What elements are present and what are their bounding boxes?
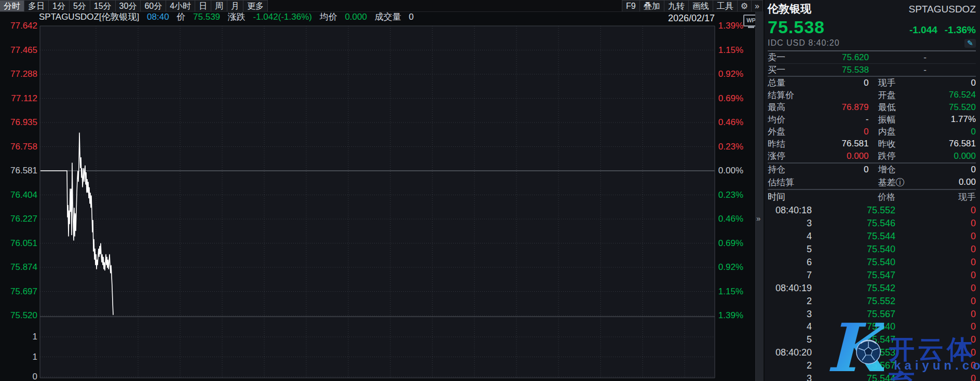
tick-price: 75.546 (812, 218, 895, 229)
price-axis-label: 75.697 (0, 287, 37, 296)
tick-time: 2 (768, 296, 812, 307)
stat-label: 最低 (878, 101, 923, 113)
price-axis-label: 77.465 (0, 46, 37, 55)
percent-axis-label: 0.46% (718, 214, 743, 224)
stat-row: 持仓0增仓0 (768, 164, 976, 176)
volume-axis-label: 1 (0, 352, 37, 362)
tick-time: 6 (768, 257, 812, 268)
stat-label: 估结算 (768, 176, 815, 188)
stat-value: 0 (923, 165, 976, 175)
price-axis-label: 75.874 (0, 263, 37, 272)
quote-header: 伦敦银现 SPTAGUSDOZ 75.538 -1.044-1.36% IDC … (768, 0, 976, 50)
ask-price: 75.620 (814, 52, 869, 63)
stat-value: 0 (815, 78, 869, 88)
tick-time: 08:40:19 (768, 283, 812, 294)
stat-value: 0.00 (923, 177, 976, 187)
percent-axis-label: 1.39% (718, 21, 743, 31)
stat-value: 0 (923, 127, 976, 137)
stat-value: 0 (815, 165, 869, 175)
tick-lot: 0 (895, 244, 976, 255)
tick-row: 475.5440 (768, 230, 976, 243)
tick-lot: 0 (895, 309, 976, 320)
stats-block: 总量0现手0结算价开盘76.524最高76.879最低75.520均价-振幅1.… (768, 77, 976, 162)
tick-price: 75.542 (812, 283, 895, 294)
tick-price: 75.544 (812, 373, 895, 381)
tick-price: 75.544 (812, 231, 895, 242)
percent-axis-label: 0.46% (718, 118, 743, 127)
stat-label: 振幅 (878, 114, 923, 126)
tick-price: 75.552 (812, 296, 895, 307)
price-axis-label: 76.758 (0, 142, 37, 152)
stat-label: 内盘 (878, 126, 923, 138)
tick-price: 75.567 (812, 309, 895, 320)
tick-price: 75.552 (812, 205, 895, 216)
ask-row: 卖一 75.620 - (768, 51, 976, 63)
tick-lot: 0 (895, 347, 976, 358)
bid-label: 买一 (768, 64, 814, 76)
percent-axis-label: 1.15% (718, 46, 743, 55)
tick-lot: 0 (895, 205, 976, 216)
tick-lot: 0 (895, 334, 976, 345)
tick-row: 475.5400 (768, 321, 976, 334)
position-block: 持仓0增仓0估结算基差ⓘ0.00 (768, 164, 976, 189)
price-axis-label: 76.227 (0, 214, 37, 224)
stat-value: 76.879 (815, 102, 869, 113)
tick-row: 575.5400 (768, 243, 976, 256)
volume-axis-label: 0 (0, 372, 37, 381)
instrument-name: 伦敦银现 (768, 2, 811, 16)
collapse-panel-icon[interactable]: » (756, 214, 760, 223)
tick-header-time: 时间 (768, 191, 812, 203)
volume-axis-label: 1 (0, 332, 37, 342)
tick-time: 4 (768, 231, 812, 242)
tick-time: 3 (768, 309, 812, 320)
tick-lot: 0 (895, 257, 976, 268)
stat-label: 跌停 (878, 150, 923, 162)
price-axis-label: 76.581 (0, 166, 37, 175)
stat-value: 1.77% (923, 114, 976, 125)
exchange-currency-time: IDC USD 8:40:20 (768, 38, 840, 48)
tick-row: 375.5440 (768, 372, 976, 381)
tick-header-lot: 现手 (895, 191, 976, 203)
quote-panel: 伦敦银现 SPTAGUSDOZ 75.538 -1.044-1.36% IDC … (765, 0, 980, 381)
stat-label: 总量 (768, 77, 815, 89)
stat-value: 0 (923, 78, 976, 88)
stat-row: 均价-振幅1.77% (768, 114, 976, 126)
tick-time: 2 (768, 360, 812, 371)
tick-row: 08:40:1875.5520 (768, 205, 976, 217)
bid-size: - (920, 65, 930, 75)
trading-app: 分时多日1分5分15分30分60分4小时日周月更多 F9叠加九转画线工具⚙» S… (0, 0, 980, 381)
stat-value: 76.581 (923, 139, 976, 149)
percent-axis-label: 1.15% (718, 287, 743, 296)
stat-row: 结算价开盘76.524 (768, 89, 976, 102)
stat-label: 开盘 (878, 89, 923, 101)
tick-time: 3 (768, 373, 812, 381)
stat-row: 总量0现手0 (768, 77, 976, 89)
tick-price: 75.547 (812, 334, 895, 345)
last-price: 75.538 (768, 17, 825, 37)
tick-price: 75.547 (812, 270, 895, 281)
tick-row: 275.5520 (768, 295, 976, 308)
stat-value: 76.581 (815, 139, 869, 149)
tick-time: 7 (768, 270, 812, 281)
percent-axis-label: 0.92% (718, 263, 743, 272)
tick-price: 75.553 (812, 347, 895, 358)
stat-label: 昨结 (768, 138, 815, 150)
price-axis-label: 77.642 (0, 21, 37, 31)
panel-splitter[interactable]: » (755, 11, 764, 381)
tick-lot: 0 (895, 321, 976, 332)
stat-label: 结算价 (768, 89, 815, 101)
tick-lot: 0 (895, 373, 976, 381)
edit-pencil-icon[interactable]: ✎ (964, 39, 976, 48)
change-value: -1.044 (909, 24, 937, 35)
stat-value: 0.000 (815, 151, 869, 161)
percent-axis-label: 0.23% (718, 190, 743, 200)
price-axis-label: 76.935 (0, 118, 37, 127)
tick-time: 08:40:18 (768, 205, 812, 216)
price-axis-label: 77.112 (0, 94, 37, 103)
instrument-code: SPTAGUSDOZ (909, 4, 976, 15)
stat-value: 75.520 (923, 102, 976, 113)
tick-row: 08:40:2075.5530 (768, 346, 976, 359)
ask-size: - (920, 52, 930, 63)
tick-row: 375.5460 (768, 217, 976, 230)
percent-axis-label: 0.92% (718, 70, 743, 79)
